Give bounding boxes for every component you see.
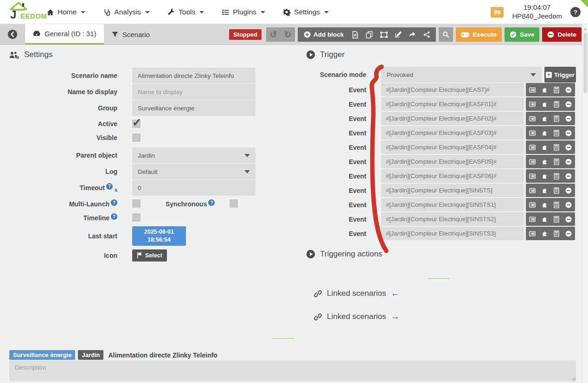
event-value-input[interactable]: #[Jardin][Compteur Electrique][SINSTS3] (381, 227, 524, 240)
puzzle-piece-icon[interactable] (542, 173, 548, 179)
icon-select-button[interactable]: Select (132, 249, 167, 262)
multi-launch-help-icon[interactable] (111, 199, 117, 206)
calculator-icon[interactable] (554, 101, 559, 108)
event-value-input[interactable]: #[Jardin][Compteur Electrique][EASF04]# (381, 140, 524, 154)
remove-event-icon[interactable] (565, 159, 572, 165)
remove-event-icon[interactable] (565, 101, 572, 108)
puzzle-piece-icon[interactable] (542, 115, 548, 121)
save-button[interactable]: Save (505, 27, 540, 42)
calculator-icon[interactable] (554, 159, 559, 165)
redo-icon[interactable]: ↻ (281, 29, 295, 40)
log-select[interactable]: Default (132, 164, 256, 179)
list-alt-icon[interactable] (529, 202, 536, 208)
delete-button[interactable]: Delete (542, 27, 582, 42)
remove-event-icon[interactable] (565, 87, 572, 93)
add-trigger-button[interactable]: + Trigger (544, 67, 576, 83)
event-value-input[interactable]: #[Jardin][Compteur Electrique][EASF02]# (381, 112, 524, 125)
visible-checkbox[interactable] (132, 134, 141, 142)
menu-tools[interactable]: Tools (167, 8, 204, 16)
list-alt-icon[interactable] (529, 217, 536, 222)
scrollbar-up-arrow[interactable]: ▲ (582, 24, 588, 31)
puzzle-piece-icon[interactable] (542, 87, 548, 93)
remove-event-icon[interactable] (565, 216, 572, 223)
name-to-display-input[interactable] (132, 84, 256, 100)
add-block-button[interactable]: Add block (300, 31, 347, 38)
calculator-icon[interactable] (554, 130, 559, 136)
remove-event-icon[interactable] (565, 130, 572, 136)
calculator-icon[interactable] (554, 173, 559, 179)
remove-event-icon[interactable] (565, 173, 572, 179)
back-button[interactable] (0, 24, 25, 45)
event-value-input[interactable]: #[Jardin][Compteur Electrique][EASF01]# (381, 97, 524, 111)
remove-event-icon[interactable] (565, 144, 572, 151)
puzzle-piece-icon[interactable] (542, 216, 548, 222)
timeline-help-icon[interactable] (111, 213, 117, 220)
tab-scenario[interactable]: Scenario (104, 24, 157, 45)
search-button[interactable] (439, 27, 453, 42)
triggering-actions-header[interactable]: Triggering actions (306, 249, 576, 259)
remove-event-icon[interactable] (565, 187, 572, 194)
clock-host-block[interactable]: 19:04:07 HP840_Jeedom (512, 3, 562, 21)
menu-plugins[interactable]: Plugins (222, 8, 265, 16)
scrollbar-thumb[interactable] (583, 33, 587, 93)
share-alt-icon[interactable] (421, 31, 433, 38)
remove-event-icon[interactable] (565, 230, 572, 237)
execute-button[interactable]: Execute (456, 27, 502, 42)
notification-badge[interactable]: 99 (491, 7, 504, 18)
edit-icon[interactable] (392, 31, 404, 38)
remove-event-icon[interactable] (565, 115, 572, 122)
list-alt-icon[interactable] (529, 130, 536, 136)
trigger-header[interactable]: Trigger (306, 50, 576, 59)
remove-event-icon[interactable] (565, 202, 572, 208)
calculator-icon[interactable] (554, 202, 559, 208)
calculator-icon[interactable] (554, 87, 559, 93)
timeout-help-icon[interactable] (106, 183, 113, 190)
list-alt-icon[interactable] (529, 159, 536, 165)
page-scrollbar[interactable]: ▲ (582, 24, 588, 383)
calculator-icon[interactable] (554, 187, 559, 194)
event-value-input[interactable]: #[Jardin][Compteur Electrique][SINSTS1] (381, 198, 524, 211)
event-value-input[interactable]: #[Jardin][Compteur Electrique][EASF06]# (381, 169, 524, 183)
list-alt-icon[interactable] (529, 116, 536, 121)
list-alt-icon[interactable] (529, 173, 536, 179)
copy-icon[interactable] (363, 31, 376, 38)
group-input[interactable] (132, 100, 256, 116)
puzzle-piece-icon[interactable] (542, 187, 548, 193)
jeedom-logo[interactable]: J EEDOM (6, 1, 52, 23)
event-value-input[interactable]: #[Jardin][Compteur Electrique][EASF03]# (381, 126, 524, 140)
last-start-badge[interactable]: 2025-08-01 18:56:54 (132, 226, 186, 246)
synchronous-checkbox[interactable] (230, 199, 238, 208)
scenario-mode-select[interactable]: Provoked (381, 67, 542, 83)
timeout-input[interactable] (132, 180, 256, 196)
calculator-icon[interactable] (554, 230, 559, 237)
list-alt-icon[interactable] (529, 102, 536, 107)
linked-scenarios-out-header[interactable]: Linked scenarios → (313, 312, 400, 322)
puzzle-piece-icon[interactable] (542, 159, 548, 165)
timeline-checkbox[interactable] (132, 213, 141, 222)
menu-home[interactable]: Home (46, 8, 85, 16)
puzzle-piece-icon[interactable] (542, 230, 548, 236)
file-icon[interactable] (349, 31, 361, 38)
help-icon[interactable]: ? (570, 7, 581, 17)
calculator-icon[interactable] (554, 144, 559, 151)
multi-launch-checkbox[interactable] (132, 199, 141, 208)
menu-settings[interactable]: Settings (283, 8, 329, 16)
puzzle-piece-icon[interactable] (542, 144, 548, 150)
scenario-name-input[interactable] (132, 68, 256, 83)
tab-general[interactable]: General (ID : 31) (25, 24, 104, 45)
event-value-input[interactable]: #[Jardin][Compteur Electrique][EAST]# (381, 83, 524, 96)
menu-analysis[interactable]: Analysis (103, 8, 150, 16)
puzzle-piece-icon[interactable] (542, 130, 548, 136)
active-checkbox[interactable] (132, 120, 141, 128)
calculator-icon[interactable] (554, 216, 559, 223)
share-icon[interactable] (406, 32, 419, 38)
event-value-input[interactable]: #[Jardin][Compteur Electrique][EASF05]# (381, 155, 524, 168)
linked-scenarios-in-header[interactable]: Linked scenarios ← (313, 288, 400, 299)
list-alt-icon[interactable] (529, 87, 536, 93)
puzzle-piece-icon[interactable] (542, 101, 548, 107)
calculator-icon[interactable] (554, 115, 559, 122)
parent-object-select[interactable]: Jardin (132, 147, 256, 163)
event-value-input[interactable]: #[Jardin][Compteur Electrique][SINSTS] (381, 184, 524, 197)
event-value-input[interactable]: #[Jardin][Compteur Electrique][SINSTS2] (381, 212, 524, 226)
undo-icon[interactable]: ↺ (266, 29, 281, 40)
